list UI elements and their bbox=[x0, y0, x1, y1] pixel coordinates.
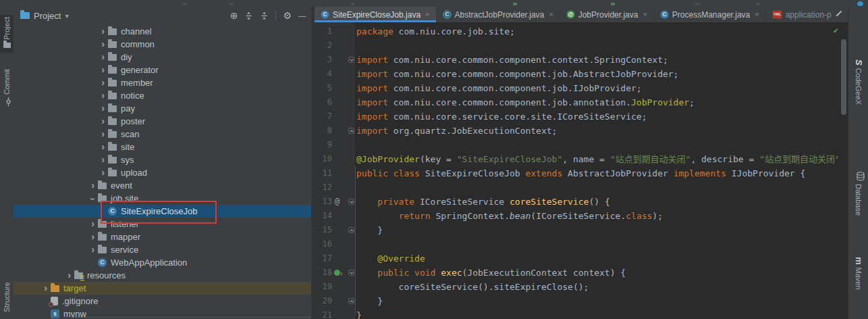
editor-tab-siteexpireclosejob-java[interactable]: CSiteExpireCloseJob.java× bbox=[315, 7, 437, 22]
gutter-line[interactable]: 20 bbox=[315, 294, 355, 308]
toolwindow-button-database[interactable]: Database bbox=[848, 157, 868, 228]
toolwindow-button-structure[interactable]: Structure bbox=[0, 260, 13, 319]
settings-gear-icon[interactable]: ⚙ bbox=[283, 11, 292, 20]
gutter-line[interactable]: 14 bbox=[315, 209, 355, 223]
code-line[interactable]: @Override bbox=[356, 251, 838, 266]
chevron-right-icon[interactable]: › bbox=[98, 115, 108, 128]
code-line[interactable]: import org.quartz.JobExecutionContext; bbox=[356, 124, 838, 138]
toolwindow-button-commit[interactable]: Commit bbox=[0, 65, 13, 114]
gutter-line[interactable]: 11 bbox=[315, 166, 355, 180]
annotated-method-gutter-icon[interactable]: @ bbox=[335, 195, 340, 209]
tree-item-diy[interactable]: ›diy bbox=[13, 51, 311, 64]
tree-item-webappapplication[interactable]: ›CWebAppApplication bbox=[13, 256, 311, 269]
gutter-line[interactable]: 7 bbox=[315, 109, 355, 124]
code-editor[interactable]: 12345678910111213@1415161718192021 packa… bbox=[315, 22, 848, 319]
tree-item-site[interactable]: ›site bbox=[13, 141, 311, 153]
code-line[interactable] bbox=[356, 180, 838, 195]
fold-open-icon[interactable] bbox=[348, 57, 354, 63]
gutter-line[interactable]: 4 bbox=[315, 67, 355, 81]
code-line[interactable]: import com.niu.core.common.component.job… bbox=[356, 81, 838, 95]
gutter-line[interactable]: 12 bbox=[315, 180, 355, 195]
code-line[interactable]: } bbox=[356, 294, 838, 308]
tree-item-siteexpireclosejob[interactable]: ›CSiteExpireCloseJob bbox=[13, 205, 311, 218]
gutter-line[interactable]: 16 bbox=[315, 237, 355, 251]
chevron-right-icon[interactable]: › bbox=[64, 269, 74, 282]
collapse-all-icon[interactable] bbox=[260, 11, 269, 21]
tree-item-scan[interactable]: ›scan bbox=[13, 128, 311, 141]
code-line[interactable]: package com.niu.core.job.site; bbox=[356, 24, 838, 39]
chevron-right-icon[interactable]: › bbox=[98, 153, 108, 166]
toolwindow-button-maven[interactable]: mMaven bbox=[848, 245, 868, 299]
chevron-right-icon[interactable]: › bbox=[98, 51, 108, 64]
close-tab-icon[interactable]: × bbox=[755, 11, 759, 18]
chevron-right-icon[interactable]: › bbox=[98, 76, 108, 89]
code-line[interactable]: } bbox=[356, 308, 838, 319]
hide-panel-icon[interactable]: — bbox=[298, 11, 306, 20]
tree-item-member[interactable]: ›member bbox=[13, 76, 311, 89]
code-line[interactable]: import com.niu.core.common.component.job… bbox=[356, 67, 838, 81]
toolwindow-button-codegeex[interactable]: SCodeGeeX bbox=[848, 41, 868, 122]
code-line[interactable]: coreSiteService().siteExpireClose(); bbox=[356, 280, 838, 294]
code-line[interactable] bbox=[356, 138, 838, 152]
gutter-line[interactable]: 13@ bbox=[315, 195, 355, 209]
tree-item-service[interactable]: ›service bbox=[13, 243, 311, 256]
editor-tab-application-p[interactable]: YMLapplication-p bbox=[766, 7, 838, 22]
chevron-right-icon[interactable]: › bbox=[98, 102, 108, 115]
tree-item--gitignore[interactable]: ›.gitignore bbox=[13, 295, 311, 308]
chevron-right-icon[interactable]: › bbox=[88, 230, 98, 243]
tree-item-poster[interactable]: ›poster bbox=[13, 115, 311, 128]
editor-tab-abstractjobprovider-java[interactable]: CAbstractJobProvider.java× bbox=[437, 7, 560, 22]
tree-item-listener[interactable]: ›listener bbox=[13, 218, 311, 230]
gutter-line[interactable]: 17 bbox=[315, 251, 355, 266]
editor-scrollbar-thumb[interactable] bbox=[841, 39, 846, 115]
gutter-line[interactable]: 1 bbox=[315, 24, 355, 39]
tree-item-common[interactable]: ›common bbox=[13, 38, 311, 51]
toolwindow-button-project[interactable]: Project bbox=[0, 15, 13, 53]
tree-item-target[interactable]: ›target bbox=[13, 282, 311, 295]
gutter-line[interactable]: 18 bbox=[315, 266, 355, 280]
gutter-line[interactable]: 21 bbox=[315, 308, 355, 319]
code-line[interactable] bbox=[356, 237, 838, 251]
code-line[interactable]: import com.niu.core.common.component.con… bbox=[356, 53, 838, 67]
chevron-right-icon[interactable]: › bbox=[98, 89, 108, 102]
code-line[interactable]: import com.niu.core.service.core.site.IC… bbox=[356, 109, 838, 124]
editor-tab-processmanager-java[interactable]: CProcessManager.java× bbox=[654, 7, 766, 22]
code-line[interactable] bbox=[356, 39, 838, 53]
code-line[interactable]: import com.niu.core.common.component.job… bbox=[356, 95, 838, 109]
close-tab-icon[interactable]: × bbox=[549, 11, 553, 18]
code-line[interactable]: public class SiteExpireCloseJob extends … bbox=[356, 166, 838, 180]
inspections-ok-icon[interactable]: ✔ bbox=[834, 26, 838, 35]
chevron-right-icon[interactable]: › bbox=[98, 25, 108, 38]
locate-file-icon[interactable]: ⊕ bbox=[230, 11, 238, 20]
project-view-selector[interactable]: Project ▾ bbox=[20, 11, 69, 21]
code-line[interactable]: } bbox=[356, 223, 838, 237]
tree-item-generator[interactable]: ›generator bbox=[13, 64, 311, 76]
expand-all-icon[interactable] bbox=[244, 11, 253, 21]
gutter-line[interactable]: 9 bbox=[315, 138, 355, 152]
chevron-right-icon[interactable]: › bbox=[98, 166, 108, 179]
code-content[interactable]: package com.niu.core.job.site;import com… bbox=[356, 22, 838, 319]
chevron-right-icon[interactable]: › bbox=[98, 38, 108, 51]
gutter-line[interactable]: 3 bbox=[315, 53, 355, 67]
fold-close-icon[interactable] bbox=[348, 227, 354, 233]
tree-item-resources[interactable]: ›resources bbox=[13, 269, 311, 282]
code-line[interactable]: public void exec(JobExecutionContext con… bbox=[356, 266, 838, 280]
tree-item-pay[interactable]: ›pay bbox=[13, 102, 311, 115]
editor-tab-jobprovider-java[interactable]: @JobProvider.java× bbox=[560, 7, 654, 22]
gutter-line[interactable]: 2 bbox=[315, 39, 355, 53]
chevron-right-icon[interactable]: › bbox=[88, 179, 98, 192]
tree-item-sys[interactable]: ›sys bbox=[13, 153, 311, 166]
gutter-line[interactable]: 5 bbox=[315, 81, 355, 95]
tree-item-channel[interactable]: ›channel bbox=[13, 25, 311, 38]
tree-item-notice[interactable]: ›notice bbox=[13, 89, 311, 102]
chevron-right-icon[interactable]: › bbox=[98, 64, 108, 76]
tree-item-mapper[interactable]: ›mapper bbox=[13, 230, 311, 243]
chevron-right-icon[interactable]: › bbox=[98, 141, 108, 153]
gutter-line[interactable]: 15 bbox=[315, 223, 355, 237]
editor-gutter[interactable]: 12345678910111213@1415161718192021 bbox=[315, 22, 355, 319]
gutter-line[interactable]: 19 bbox=[315, 280, 355, 294]
chevron-right-icon[interactable]: › bbox=[88, 218, 98, 230]
fold-open-icon[interactable] bbox=[348, 199, 354, 205]
gutter-line[interactable]: 6 bbox=[315, 95, 355, 109]
chevron-right-icon[interactable]: › bbox=[98, 128, 108, 141]
